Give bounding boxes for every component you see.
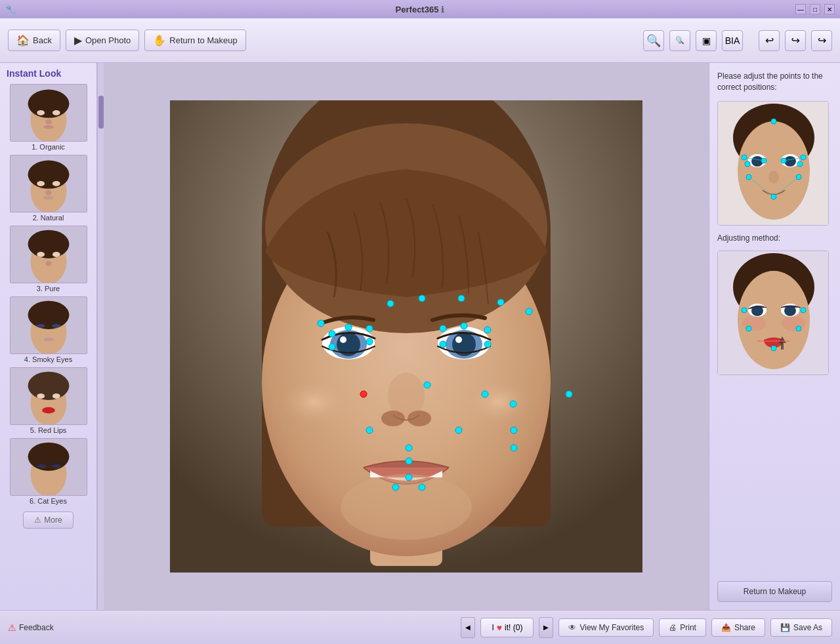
more-button[interactable]: ⚠ More — [23, 512, 73, 529]
look-item-1[interactable]: 1. Organic — [7, 84, 91, 151]
view-favorites-button[interactable]: 👁 View My Favorites — [558, 618, 654, 637]
share-icon: 📤 — [721, 623, 731, 632]
open-photo-label: Open Photo — [85, 35, 131, 45]
point-eye-right-bottom-right — [484, 341, 491, 348]
undo-button[interactable]: ↩ — [759, 30, 780, 51]
look-label-1: 1. Organic — [32, 143, 65, 151]
point-chin-right — [419, 484, 425, 491]
app-info-icon[interactable]: ℹ — [441, 5, 444, 14]
point-eye-left-top — [345, 324, 352, 331]
undo-icon: ↩ — [765, 34, 774, 47]
bottom-bar: ⚠ Feedback ◀ I ♥ it! (0) ▶ 👁 View My Fav… — [0, 610, 840, 644]
return-to-makeup-toolbar-label: Return to Makeup — [169, 35, 237, 45]
point-chin-left — [392, 484, 399, 491]
point-mouth-center — [406, 458, 412, 464]
svg-point-25 — [43, 338, 54, 342]
svg-point-63 — [768, 171, 779, 184]
redo-button[interactable]: ↪ — [811, 30, 832, 51]
look-face-4 — [10, 296, 87, 354]
look-face-3 — [10, 226, 87, 283]
svg-point-89 — [746, 326, 751, 331]
redo-icon: ↪ — [818, 34, 826, 47]
bia-button[interactable]: BIA — [722, 30, 743, 51]
minimize-button[interactable]: — — [795, 4, 806, 14]
point-brow-far-left — [318, 320, 324, 327]
svg-point-16 — [28, 230, 69, 258]
look-item-4[interactable]: 4. Smoky Eyes — [7, 296, 91, 363]
photo-container — [170, 100, 642, 573]
toolbar: 🏠 Back ▶ Open Photo ✋ Return to Makeup 🔍… — [0, 18, 840, 63]
share-label: Share — [734, 623, 755, 632]
sidebar-scroll-thumb[interactable] — [98, 96, 104, 129]
point-mouth-right-far — [511, 427, 517, 433]
back-label: Back — [33, 35, 52, 45]
look-item-2[interactable]: 2. Natural — [7, 155, 91, 222]
main-layout: Instant Look 1. Organic — [0, 63, 840, 610]
face-reference-container — [717, 101, 829, 226]
svg-point-51 — [465, 379, 531, 425]
look-item-5[interactable]: 5. Red Lips — [7, 367, 91, 434]
svg-point-82 — [782, 315, 805, 331]
svg-point-81 — [742, 315, 766, 331]
like-button[interactable]: I ♥ it! (0) — [480, 618, 534, 637]
undo2-button[interactable]: ↩ — [785, 30, 806, 51]
print-icon: 🖨 — [669, 623, 677, 632]
feedback-button[interactable]: ⚠ Feedback — [8, 622, 54, 633]
point-eye-left-right — [366, 325, 373, 332]
undo2-icon: ↩ — [791, 34, 800, 47]
window-controls[interactable]: — □ ✕ — [795, 4, 835, 14]
scroll-right-button[interactable]: ▶ — [539, 617, 553, 638]
zoom-in-button[interactable]: 🔍 — [643, 30, 664, 51]
close-button[interactable]: ✕ — [824, 4, 835, 14]
svg-point-53 — [381, 411, 405, 426]
svg-point-10 — [37, 181, 45, 186]
look-item-6[interactable]: 6. Cat Eyes — [7, 438, 91, 505]
adjust-method-container — [717, 251, 829, 375]
look-thumb-2 — [10, 155, 87, 212]
look-item-3[interactable]: 3. Pure — [7, 226, 91, 292]
point-mouth-top — [406, 445, 412, 451]
maximize-button[interactable]: □ — [810, 4, 820, 14]
point-brow-right-1 — [497, 299, 504, 306]
svg-point-9 — [28, 161, 69, 189]
svg-point-45 — [340, 336, 346, 343]
return-makeup-panel-button[interactable]: Return to Makeup — [717, 581, 832, 602]
more-label: More — [44, 515, 62, 525]
look-label-3: 3. Pure — [37, 285, 60, 292]
back-button[interactable]: 🏠 Back — [8, 30, 60, 51]
adjust-method-svg — [718, 251, 829, 375]
svg-point-55 — [341, 474, 472, 540]
zoom-in-icon: 🔍 — [646, 33, 661, 48]
return-to-makeup-toolbar-button[interactable]: ✋ Return to Makeup — [144, 30, 245, 51]
face-canvas[interactable] — [170, 100, 642, 573]
svg-point-49 — [455, 336, 462, 343]
look-thumb-4 — [10, 296, 87, 354]
point-brow-right-2 — [526, 308, 532, 315]
scroll-left-button[interactable]: ◀ — [461, 617, 475, 638]
save-as-button[interactable]: 💾 Save As — [770, 618, 832, 637]
svg-point-87 — [742, 308, 747, 313]
point-eye-left-outer — [329, 331, 335, 337]
sidebar-inner: Instant Look 1. Organic — [0, 63, 97, 610]
open-photo-button[interactable]: ▶ Open Photo — [66, 30, 139, 51]
look-label-4: 4. Smoky Eyes — [24, 355, 72, 363]
view-favorites-label: View My Favorites — [579, 623, 644, 632]
right-panel: Please adjust the points to the correct … — [709, 63, 840, 610]
svg-point-12 — [45, 190, 52, 195]
share-button[interactable]: 📤 Share — [711, 618, 765, 637]
return-makeup-icon: ✋ — [153, 34, 166, 47]
adjust-method-label: Adjusting method: — [717, 233, 832, 243]
look-thumb-5 — [10, 367, 87, 425]
svg-point-34 — [28, 443, 69, 471]
sidebar-scrollbar[interactable] — [97, 63, 104, 610]
look-face-1 — [10, 84, 87, 142]
compare-button[interactable]: ▣ — [696, 30, 717, 51]
look-label-6: 6. Cat Eyes — [30, 497, 67, 505]
look-label-5: 5. Red Lips — [30, 426, 67, 434]
back-icon: 🏠 — [16, 34, 30, 47]
zoom-out-button[interactable]: 🔍 − — [669, 30, 690, 51]
point-nose-tip — [424, 382, 430, 388]
point-brow-left-1 — [387, 300, 394, 307]
print-button[interactable]: 🖨 Print — [659, 618, 706, 637]
look-thumb-3 — [10, 226, 87, 283]
